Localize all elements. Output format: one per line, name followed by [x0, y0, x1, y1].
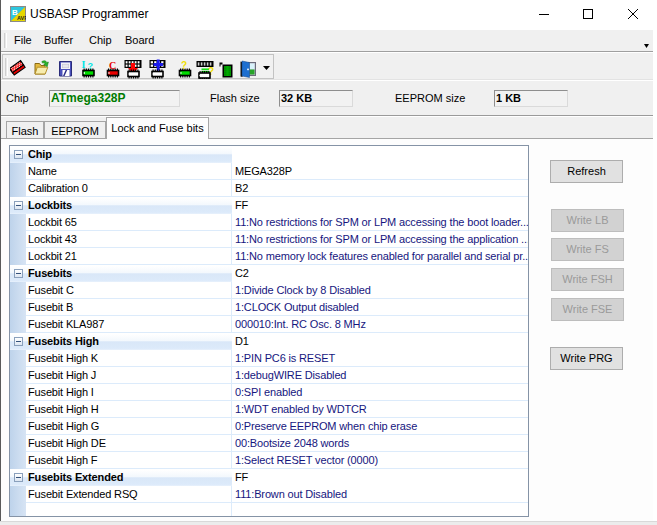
svg-text:?: ?: [181, 60, 187, 71]
svg-text:I: I: [82, 59, 86, 70]
svg-text:AVR: AVR: [17, 15, 26, 21]
svg-text:?: ?: [88, 61, 94, 71]
svg-text:C: C: [109, 60, 116, 71]
